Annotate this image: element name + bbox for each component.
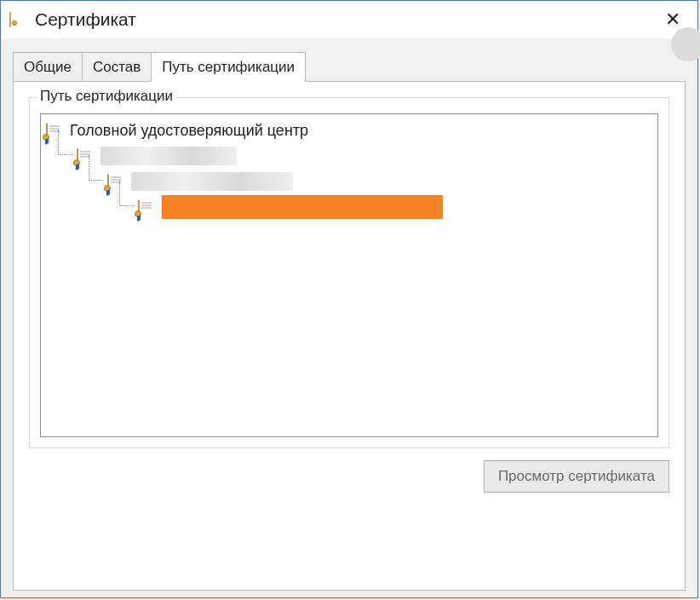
tab-panel-cert-path: Путь сертификации Головной удостоверяющи…	[13, 81, 686, 591]
tree-connector	[89, 155, 104, 181]
groupbox-label: Путь сертификации	[37, 88, 176, 105]
tree-node-label: Головной удостоверяющий центр	[70, 122, 308, 140]
cert-path-groupbox: Путь сертификации Головной удостоверяющи…	[29, 97, 669, 448]
tab-cert-path[interactable]: Путь сертификации	[151, 52, 306, 82]
certificate-icon	[138, 200, 157, 214]
button-row: Просмотр сертификата	[29, 460, 669, 493]
cert-path-tree[interactable]: Головной удостоверяющий центр	[40, 113, 658, 437]
tree-node-leaf[interactable]	[138, 194, 652, 220]
tree-connector	[119, 181, 135, 206]
certificate-icon	[9, 13, 26, 26]
selected-redacted-label	[162, 195, 443, 219]
tree-node-root[interactable]: Головной удостоверяющий центр	[46, 118, 652, 143]
view-certificate-button[interactable]: Просмотр сертификата	[484, 460, 669, 493]
titlebar: Сертификат ✕	[1, 1, 697, 38]
tab-strip: Общие Состав Путь сертификации	[13, 50, 686, 81]
decorative-circle	[671, 27, 700, 61]
tab-details[interactable]: Состав	[82, 52, 152, 82]
certificate-dialog: Сертификат ✕ Общие Состав Путь сертифика…	[0, 0, 698, 598]
window-title: Сертификат	[35, 9, 653, 30]
tree-node-intermediate-2[interactable]	[107, 169, 652, 194]
tab-general[interactable]: Общие	[13, 52, 83, 82]
content-area: Общие Состав Путь сертификации Путь серт…	[1, 38, 697, 597]
redacted-label	[100, 147, 237, 165]
tree-node-intermediate-1[interactable]	[77, 143, 652, 169]
tree-connector	[58, 130, 73, 155]
redacted-label	[131, 172, 293, 191]
